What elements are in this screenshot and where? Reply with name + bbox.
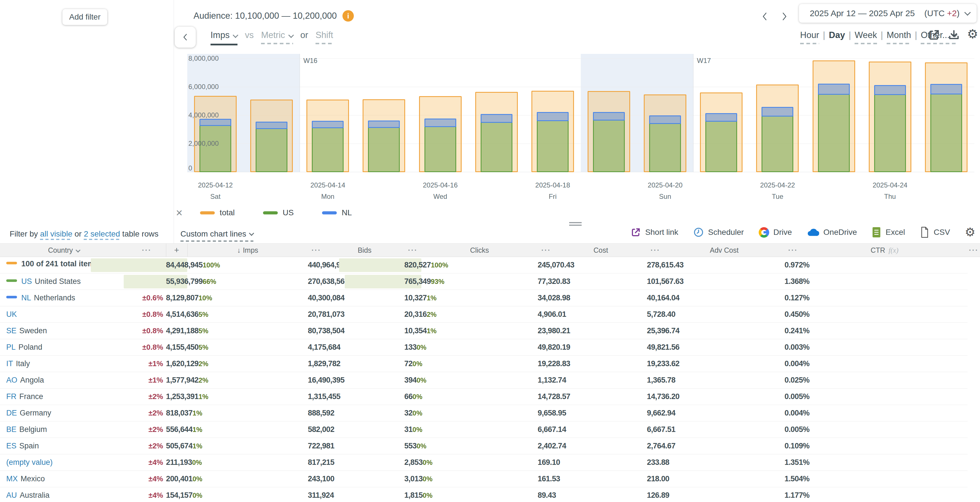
- column-header-imps[interactable]: ↓Imps: [187, 244, 308, 257]
- bar-us: [762, 116, 793, 172]
- clicks-value: 1,815: [404, 491, 423, 500]
- imps-column-menu[interactable]: ···: [308, 244, 325, 257]
- country-column-menu[interactable]: ···: [128, 244, 166, 257]
- bids-value: 1,829,782: [308, 359, 340, 368]
- table-row[interactable]: (empty value) ±4% 211,1930% 817,215 2,85…: [0, 454, 980, 471]
- table-row[interactable]: MXMexico ±4% 200,4010% 243,100 3,0130% 1…: [0, 471, 980, 487]
- error-margin-cell: ±0.8%: [128, 323, 166, 339]
- ctr-cell: 0.004%: [784, 405, 802, 421]
- date-range-picker[interactable]: 2025 Apr 12 — 2025 Apr 25 (UTC +2): [799, 4, 977, 23]
- granularity-week[interactable]: Week: [854, 30, 877, 44]
- table-row[interactable]: UK ±0.8% 4,514,6365% 20,781,073 20,3162%…: [0, 306, 980, 323]
- adv-cost-menu-cell: [664, 372, 784, 389]
- column-header-bids[interactable]: Bids: [325, 244, 404, 257]
- legend-item-total[interactable]: total: [200, 208, 235, 217]
- ctr-menu-cell: [802, 438, 967, 454]
- country-name: Poland: [18, 343, 42, 351]
- scheduler-button[interactable]: Scheduler: [693, 227, 744, 238]
- clicks-cell: 660%: [404, 389, 422, 405]
- custom-chart-lines-dropdown[interactable]: Custom chart lines: [180, 228, 253, 241]
- country-code[interactable]: IT: [6, 359, 13, 368]
- cost-menu-cell: [555, 372, 647, 389]
- shift-selector[interactable]: Shift: [315, 30, 333, 44]
- open-external-button[interactable]: [927, 29, 941, 42]
- ctr-menu-cell: [802, 273, 967, 290]
- download-button[interactable]: [947, 29, 961, 42]
- pm-value: ±1%: [148, 376, 163, 384]
- cost-column-menu[interactable]: ···: [647, 244, 664, 257]
- series-dash: [6, 262, 17, 264]
- table-row[interactable]: PLPoland ±0.8% 4,155,4505% 4,175,684 133…: [0, 339, 980, 356]
- table-row[interactable]: USUnited States ±0.2% 55,936,79966% 270,…: [0, 273, 980, 290]
- ctr-value: 0.450%: [784, 310, 810, 318]
- ctr-column-menu[interactable]: ···: [967, 244, 980, 257]
- country-code[interactable]: PL: [6, 343, 16, 351]
- excel-export-button[interactable]: Excel: [872, 227, 905, 238]
- bar-nl: [199, 119, 231, 126]
- chart-back-button[interactable]: [175, 27, 196, 48]
- onedrive-export-button[interactable]: OneDrive: [807, 228, 857, 237]
- table-row[interactable]: NLNetherlands ±0.6% 8,129,80710% 40,300,…: [0, 290, 980, 306]
- table-row[interactable]: AUAustralia ±4% 154,1570% 311,924 1,8150…: [0, 487, 980, 502]
- chart-settings-button[interactable]: ⚙: [966, 27, 980, 41]
- column-header-cost[interactable]: Cost: [555, 244, 647, 257]
- table-row[interactable]: SESweden ±0.8% 4,291,1885% 80,738,504 10…: [0, 323, 980, 339]
- metric-selector-secondary[interactable]: Metric: [261, 30, 293, 44]
- country-code[interactable]: SE: [6, 326, 16, 335]
- close-icon[interactable]: ×: [176, 207, 183, 218]
- legend-item-us[interactable]: US: [263, 208, 294, 217]
- next-range-button[interactable]: [777, 10, 791, 23]
- cost-menu-cell: [555, 471, 647, 487]
- table-row[interactable]: FRFrance ±2% 1,253,3911% 1,315,455 660% …: [0, 389, 980, 405]
- table-row[interactable]: ITItaly ±1% 1,620,1292% 1,829,782 720% 1…: [0, 356, 980, 372]
- country-code[interactable]: UK: [6, 310, 17, 318]
- table-row[interactable]: DEGermany ±2% 818,0371% 888,592 320% 9,6…: [0, 405, 980, 421]
- cost-menu-cell: [555, 306, 647, 323]
- granularity-month[interactable]: Month: [887, 30, 911, 44]
- add-filter-button[interactable]: Add filter: [62, 9, 107, 25]
- clicks-cell: 310%: [404, 421, 422, 438]
- filter-by-bar: Filter by all visible or 2 selected tabl…: [10, 228, 158, 240]
- country-code[interactable]: ES: [6, 442, 16, 450]
- bar-group-2025-04-25: [918, 54, 974, 172]
- granularity-hour[interactable]: Hour: [800, 30, 819, 44]
- ctr-menu-cell: [802, 487, 967, 502]
- add-column-button[interactable]: +: [166, 244, 187, 257]
- country-code[interactable]: FR: [6, 392, 16, 401]
- adv-cost-menu-cell: [664, 290, 784, 306]
- filter-selected-link[interactable]: 2 selected: [84, 229, 120, 240]
- country-code[interactable]: AO: [6, 376, 17, 384]
- column-header-ctr[interactable]: CTRf(x): [802, 244, 967, 257]
- country-code[interactable]: AU: [6, 491, 17, 499]
- bar-nl: [368, 121, 400, 128]
- info-icon[interactable]: i: [342, 10, 354, 22]
- legend-item-nl[interactable]: NL: [322, 208, 352, 217]
- granularity-day[interactable]: Day: [829, 30, 845, 40]
- country-code[interactable]: US: [21, 277, 32, 286]
- column-header-country[interactable]: Country: [0, 244, 128, 257]
- metric-selector-active[interactable]: Imps: [210, 30, 237, 45]
- table-row[interactable]: AOAngola ±1% 1,577,9422% 16,490,395 3940…: [0, 372, 980, 389]
- country-cell: AUAustralia: [0, 487, 128, 502]
- country-code[interactable]: MX: [6, 475, 18, 483]
- adv-cost-column-menu[interactable]: ···: [784, 244, 802, 257]
- country-code[interactable]: DE: [6, 409, 17, 417]
- prev-range-button[interactable]: [758, 10, 772, 23]
- column-header-clicks[interactable]: Clicks: [422, 244, 538, 257]
- clicks-column-menu[interactable]: ···: [538, 244, 555, 257]
- drive-export-button[interactable]: Drive: [759, 227, 792, 238]
- ctr-menu-cell: [802, 323, 967, 339]
- bids-column-menu[interactable]: ···: [404, 244, 422, 257]
- table-row[interactable]: ESSpain ±2% 505,6741% 722,981 5530% 2,40…: [0, 438, 980, 454]
- short-link-button[interactable]: Short link: [631, 227, 678, 237]
- filter-all-visible-link[interactable]: all visible: [40, 229, 72, 240]
- column-header-adv-cost[interactable]: Adv Cost: [664, 244, 784, 257]
- csv-export-button[interactable]: CSV: [920, 227, 950, 238]
- table-row[interactable]: 100 of 241 total itemsi ±0.2% 84,448,945…: [0, 257, 980, 273]
- resize-handle[interactable]: [569, 222, 582, 227]
- country-code[interactable]: BE: [6, 425, 16, 434]
- table-settings-button[interactable]: ⚙: [965, 226, 975, 238]
- bids-cell: 1,829,782: [308, 356, 325, 372]
- table-row[interactable]: BEBelgium ±2% 556,6441% 582,002 310% 6,6…: [0, 421, 980, 438]
- country-code[interactable]: NL: [21, 294, 31, 302]
